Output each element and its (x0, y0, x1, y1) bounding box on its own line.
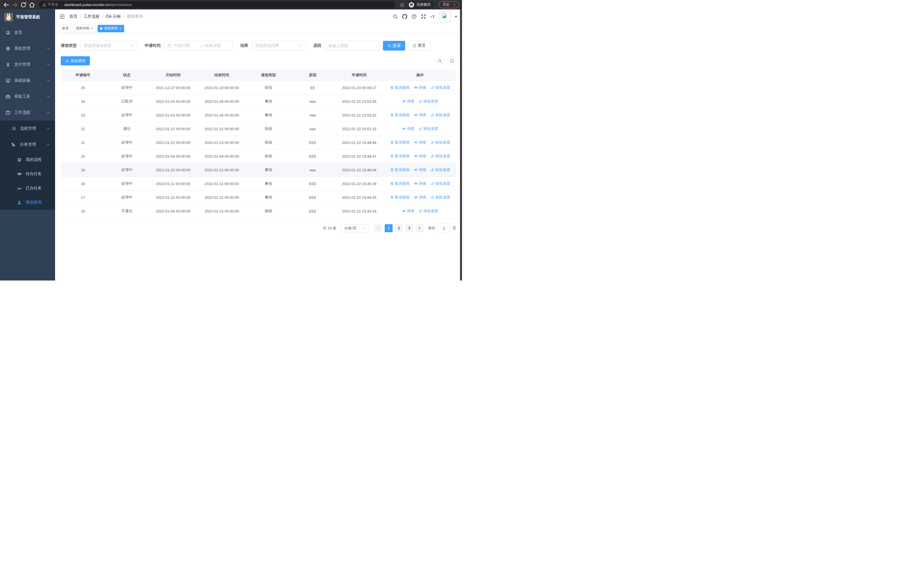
leave-type-select[interactable]: 请选择请假类型 (80, 41, 137, 51)
page-size-select[interactable]: 10条/页 (340, 224, 369, 232)
avatar-caret-icon[interactable] (454, 15, 458, 18)
prev-page-button[interactable] (374, 224, 382, 232)
cancel-leave-link[interactable]: 取消请假 (390, 85, 410, 90)
fullscreen-icon[interactable] (421, 14, 426, 19)
github-icon[interactable] (402, 14, 407, 19)
sidebar-item-label: 待办任务 (26, 171, 55, 176)
browser-forward-icon[interactable] (11, 2, 18, 8)
approval-progress-link[interactable]: 审批进度 (418, 99, 438, 104)
bookmark-star-icon[interactable] (399, 2, 405, 8)
page-button-2[interactable]: 2 (395, 224, 403, 232)
table-cell: 2021-12-27 00:00:00 (148, 81, 198, 95)
detail-link[interactable]: 详情 (414, 154, 426, 159)
table-cell: 2022-01-22 00:00:00 (148, 136, 198, 149)
app-logo-row[interactable]: 芋道管理系统 (0, 9, 55, 24)
approval-progress-link[interactable]: 审批进度 (430, 154, 450, 159)
browser-back-icon[interactable] (3, 2, 10, 8)
approval-progress-link[interactable]: 审批进度 (430, 85, 450, 90)
page-scrollbar[interactable] (460, 9, 462, 281)
approval-progress-link[interactable]: 审批进度 (418, 126, 438, 131)
user-avatar[interactable] (440, 11, 451, 22)
reason-input[interactable] (325, 41, 380, 51)
result-select[interactable]: 请选择流结果 (252, 41, 306, 51)
sidebar-item-label: 支付管理 (14, 62, 46, 67)
sidebar-item-pay-mgmt[interactable]: 支付管理 (0, 57, 55, 72)
update-chip[interactable]: 更新 (439, 1, 459, 8)
sidebar-item-home[interactable]: 首页 (0, 24, 55, 41)
action-label: 取消请假 (394, 85, 410, 90)
approval-progress-link[interactable]: 审批进度 (430, 140, 450, 145)
goto-page-input[interactable] (438, 223, 450, 233)
sidebar-item-workflow[interactable]: 工作流程 (0, 105, 55, 120)
cancel-leave-link[interactable]: 取消请假 (390, 154, 410, 159)
table-cell: 2022-01-04 00:00:00 (148, 204, 198, 218)
sidebar-item-leave-query[interactable]: 请假查询 (0, 196, 55, 210)
detail-link[interactable]: 详情 (414, 140, 426, 145)
table-cell: 处理中 (105, 177, 148, 191)
sidebar-item-task-mgmt[interactable]: 任务管理 (0, 137, 55, 152)
address-bar[interactable]: 不安全 dashboard.yudao.iocoder.cn/bpm/oa/le… (39, 1, 396, 8)
page-button-1[interactable]: 1 (385, 224, 393, 232)
approval-progress-link[interactable]: 审批进度 (430, 167, 450, 173)
help-icon[interactable] (411, 14, 417, 19)
tab-请假查询[interactable]: 请假查询× (98, 25, 124, 32)
table-cell: 2022-01-22 23:53:32 (334, 108, 384, 122)
breadcrumb-item-0[interactable]: 首页 (69, 14, 77, 19)
action-label: 详情 (418, 181, 426, 186)
browser-home-icon[interactable] (28, 2, 35, 8)
detail-link[interactable]: 详情 (414, 195, 426, 200)
tab-首页[interactable]: 首页 (59, 25, 71, 32)
tab-流程详情[interactable]: 流程详情× (73, 25, 96, 32)
approval-progress-link[interactable]: 审批进度 (430, 113, 450, 118)
reset-button[interactable]: 重置 (408, 41, 430, 51)
page-button-3[interactable]: 3 (405, 224, 413, 232)
detail-link[interactable]: 详情 (414, 113, 426, 118)
sidebar-item-system-mgmt[interactable]: 系统管理 (0, 41, 55, 57)
tab-close-icon[interactable]: × (91, 27, 93, 30)
detail-link[interactable]: 详情 (414, 85, 426, 90)
table-cell-actions: 取消请假详情审批进度 (384, 149, 456, 163)
sidebar-fold-icon[interactable] (59, 14, 65, 20)
approval-progress-link[interactable]: 审批进度 (430, 181, 450, 186)
view-icon (414, 141, 418, 144)
table-cell: 2022-01-22 00:00:00 (148, 122, 198, 136)
incognito-label: 无痕模式 (416, 2, 430, 7)
sidebar-item-infrastructure[interactable]: 基础设施 (0, 72, 55, 89)
sidebar-item-done-task[interactable]: 已办任务 (0, 181, 55, 196)
detail-link[interactable]: 详情 (402, 99, 414, 104)
refresh-table-button[interactable] (447, 56, 456, 65)
approval-progress-link[interactable]: 审批进度 (418, 209, 438, 214)
detail-link[interactable]: 详情 (402, 209, 414, 214)
sidebar-item-my-process[interactable]: 我的流程 (0, 152, 55, 167)
detail-link[interactable]: 详情 (414, 167, 426, 173)
breadcrumb-item-2[interactable]: OA 示例 (106, 14, 120, 19)
browser-reload-icon[interactable] (20, 2, 27, 8)
cancel-leave-link[interactable]: 取消请假 (390, 167, 410, 173)
action-label: 详情 (418, 140, 426, 145)
detail-link[interactable]: 详情 (402, 126, 414, 131)
cancel-leave-link[interactable]: 取消请假 (390, 181, 410, 186)
sidebar-item-dev-tools[interactable]: 研发工具 (0, 89, 55, 105)
create-leave-button[interactable]: 发起请假 (61, 56, 90, 65)
security-warning[interactable]: 不安全 (42, 2, 58, 7)
apply-time-range-picker[interactable]: 开始日期 - 结束日期 (164, 41, 233, 51)
search-button[interactable]: 搜索 (383, 41, 405, 51)
cancel-leave-link[interactable]: 取消请假 (390, 113, 410, 118)
incognito-chip[interactable]: 无痕模式 (408, 1, 434, 8)
sidebar-item-process-mgmt[interactable]: 流程管理 (0, 120, 55, 137)
browser-menu-dots-icon[interactable] (452, 3, 456, 7)
sidebar-item-todo-task[interactable]: 待办任务 (0, 167, 55, 181)
cancel-leave-link[interactable]: 取消请假 (390, 195, 410, 200)
action-label: 审批进度 (435, 113, 450, 118)
detail-link[interactable]: 详情 (414, 181, 426, 186)
header-search-icon[interactable] (393, 14, 398, 19)
chevron-right-icon (418, 227, 421, 230)
table-cell: 通过 (105, 122, 148, 136)
breadcrumb-item-1[interactable]: 工作流程 (84, 14, 100, 19)
cancel-leave-link[interactable]: 取消请假 (390, 140, 410, 145)
tab-close-icon[interactable]: × (119, 27, 122, 30)
show-search-button[interactable] (435, 56, 444, 65)
next-page-button[interactable] (416, 224, 423, 232)
font-size-icon[interactable]: TT (430, 14, 435, 19)
approval-progress-link[interactable]: 审批进度 (430, 195, 450, 200)
